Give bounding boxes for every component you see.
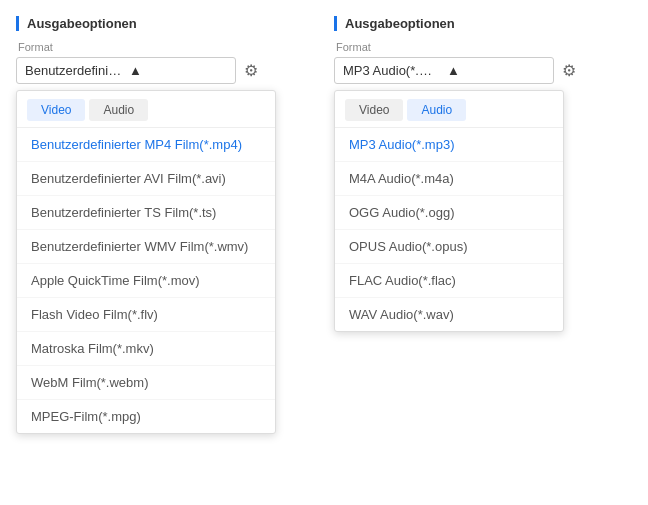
- left-menu-item-7[interactable]: WebM Film(*.webm): [17, 366, 275, 400]
- left-menu-item-4[interactable]: Apple QuickTime Film(*.mov): [17, 264, 275, 298]
- right-gear-icon[interactable]: ⚙: [562, 61, 576, 80]
- right-panel: Ausgabeoptionen Format MP3 Audio(*.mp3) …: [334, 16, 632, 489]
- right-menu-item-2[interactable]: OGG Audio(*.ogg): [335, 196, 563, 230]
- left-gear-icon[interactable]: ⚙: [244, 61, 258, 80]
- right-selected-format: MP3 Audio(*.mp3): [343, 63, 441, 78]
- left-dropdown-menu: Video Audio Benutzerdefinierter MP4 Film…: [16, 90, 276, 434]
- left-panel-title: Ausgabeoptionen: [16, 16, 314, 31]
- left-menu-item-1[interactable]: Benutzerdefinierter AVI Film(*.avi): [17, 162, 275, 196]
- right-menu-items: MP3 Audio(*.mp3) M4A Audio(*.m4a) OGG Au…: [335, 128, 563, 331]
- right-menu-item-4[interactable]: FLAC Audio(*.flac): [335, 264, 563, 298]
- left-menu-item-8[interactable]: MPEG-Film(*.mpg): [17, 400, 275, 433]
- right-menu-item-1[interactable]: M4A Audio(*.m4a): [335, 162, 563, 196]
- right-dropdown-wrapper: MP3 Audio(*.mp3) ▲ ⚙: [334, 57, 632, 84]
- right-menu-item-0[interactable]: MP3 Audio(*.mp3): [335, 128, 563, 162]
- left-tab-video[interactable]: Video: [27, 99, 85, 121]
- left-menu-item-5[interactable]: Flash Video Film(*.flv): [17, 298, 275, 332]
- right-dropdown-arrow-icon: ▲: [447, 63, 545, 78]
- left-format-label: Format: [16, 41, 314, 53]
- left-menu-item-2[interactable]: Benutzerdefinierter TS Film(*.ts): [17, 196, 275, 230]
- left-tab-audio[interactable]: Audio: [89, 99, 148, 121]
- right-tabs-row: Video Audio: [335, 91, 563, 128]
- right-menu-item-3[interactable]: OPUS Audio(*.opus): [335, 230, 563, 264]
- right-format-section: Format MP3 Audio(*.mp3) ▲ ⚙: [334, 41, 632, 84]
- left-panel: Ausgabeoptionen Format Benutzerdefiniert…: [16, 16, 314, 489]
- left-dropdown-wrapper: Benutzerdefinierter MP4 ... ▲ ⚙: [16, 57, 314, 84]
- left-menu-item-3[interactable]: Benutzerdefinierter WMV Film(*.wmv): [17, 230, 275, 264]
- right-menu-item-5[interactable]: WAV Audio(*.wav): [335, 298, 563, 331]
- left-tabs-row: Video Audio: [17, 91, 275, 128]
- right-tab-audio[interactable]: Audio: [407, 99, 466, 121]
- right-panel-title: Ausgabeoptionen: [334, 16, 632, 31]
- right-format-dropdown[interactable]: MP3 Audio(*.mp3) ▲: [334, 57, 554, 84]
- left-dropdown-arrow-icon: ▲: [129, 63, 227, 78]
- left-menu-items: Benutzerdefinierter MP4 Film(*.mp4) Benu…: [17, 128, 275, 433]
- left-menu-item-6[interactable]: Matroska Film(*.mkv): [17, 332, 275, 366]
- right-tab-video[interactable]: Video: [345, 99, 403, 121]
- left-selected-format: Benutzerdefinierter MP4 ...: [25, 63, 123, 78]
- right-format-label: Format: [334, 41, 632, 53]
- right-dropdown-menu: Video Audio MP3 Audio(*.mp3) M4A Audio(*…: [334, 90, 564, 332]
- left-format-dropdown[interactable]: Benutzerdefinierter MP4 ... ▲: [16, 57, 236, 84]
- left-format-section: Format Benutzerdefinierter MP4 ... ▲ ⚙: [16, 41, 314, 84]
- left-menu-item-0[interactable]: Benutzerdefinierter MP4 Film(*.mp4): [17, 128, 275, 162]
